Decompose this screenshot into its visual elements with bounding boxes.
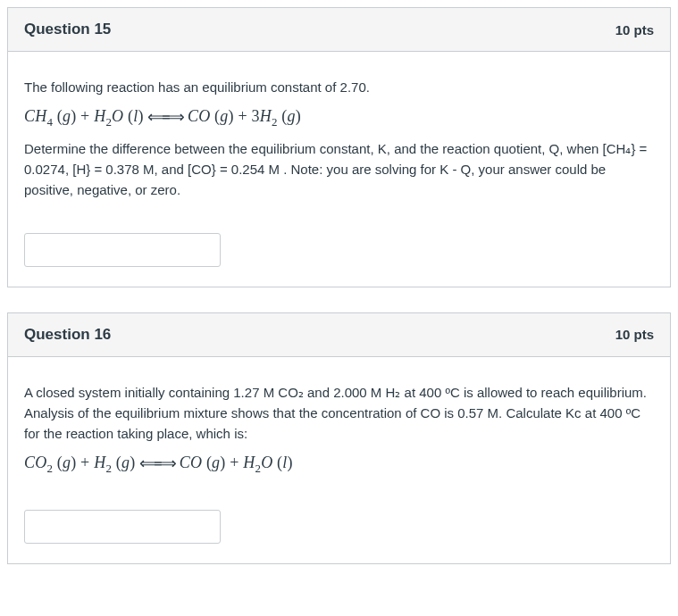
answer-input[interactable] bbox=[24, 233, 221, 267]
question-header: Question 16 10 pts bbox=[8, 313, 670, 357]
question-title: Question 15 bbox=[24, 21, 111, 38]
question-card: Question 16 10 pts A closed system initi… bbox=[7, 312, 671, 564]
question-points: 10 pts bbox=[615, 327, 654, 342]
question-body: The following reaction has an equilibriu… bbox=[8, 52, 670, 287]
question-equation: CO2 (g) + H2 (g) ⟸⟹ CO (g) + H2O (l) bbox=[24, 451, 654, 478]
question-text-instruction: Determine the difference between the equ… bbox=[24, 138, 654, 201]
question-points: 10 pts bbox=[615, 22, 654, 37]
question-text-intro: The following reaction has an equilibriu… bbox=[24, 77, 654, 97]
question-card: Question 15 10 pts The following reactio… bbox=[7, 7, 671, 287]
question-body: A closed system initially containing 1.2… bbox=[8, 357, 670, 563]
question-text-intro: A closed system initially containing 1.2… bbox=[24, 382, 654, 445]
question-header: Question 15 10 pts bbox=[8, 8, 670, 52]
question-title: Question 16 bbox=[24, 326, 111, 344]
answer-input[interactable] bbox=[24, 510, 221, 544]
question-equation: CH4 (g) + H2O (l) ⟸⟹ CO (g) + 3H2 (g) bbox=[24, 104, 654, 131]
